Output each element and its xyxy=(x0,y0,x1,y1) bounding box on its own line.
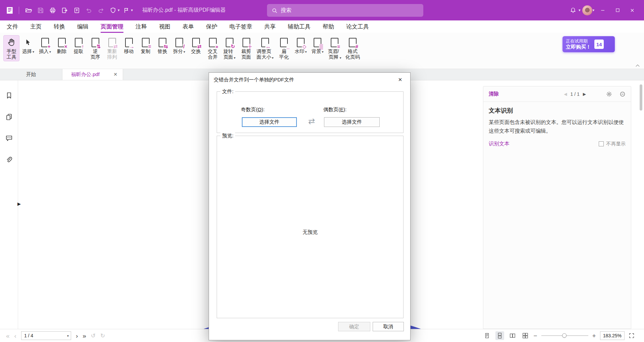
notification-settings-gear-icon[interactable] xyxy=(606,91,612,97)
attachments-panel-icon[interactable] xyxy=(3,154,15,165)
cancel-button[interactable]: 取消 xyxy=(373,322,404,331)
zoom-level-input[interactable]: 183.25% xyxy=(600,331,625,340)
export-pdf-icon[interactable] xyxy=(59,4,71,16)
comments-panel-icon[interactable] xyxy=(3,133,15,144)
pager-next-icon[interactable]: ▶ xyxy=(583,92,586,96)
ribbon-tool-hand-tool[interactable]: 手型 工具 ▾ xyxy=(3,35,19,61)
menu-item-accessibility[interactable]: 辅助工具 xyxy=(288,20,311,33)
notifications-bell-icon[interactable] xyxy=(567,4,579,16)
ribbon-tool-reverse-order[interactable]: ⇅ 逆 页序 ▾ xyxy=(87,35,103,61)
pager-prev-icon[interactable]: ◀ xyxy=(564,92,567,96)
ribbon-tool-watermark[interactable]: ◇ 水印 ▾ xyxy=(293,35,309,55)
zoom-in-icon[interactable]: + xyxy=(592,333,596,339)
menu-item-paper-tools[interactable]: 论文工具 xyxy=(346,20,369,33)
menu-item-file[interactable]: 文件 xyxy=(7,20,18,33)
ribbon-tool-select[interactable]: 选择 ▾ xyxy=(20,35,36,55)
ok-button[interactable]: 确定 xyxy=(338,322,370,331)
menu-item-share[interactable]: 共享 xyxy=(264,20,276,33)
zoom-slider-thumb[interactable] xyxy=(562,333,567,338)
app-logo[interactable] xyxy=(4,5,15,16)
print-icon[interactable] xyxy=(47,4,59,16)
header-footer-icon: ≡ xyxy=(331,37,338,49)
avatar-caret-icon[interactable]: ▾ xyxy=(592,8,594,12)
ribbon-tool-rearrange[interactable]: ⇄ 重新 排列 ▾ xyxy=(104,35,120,61)
open-file-icon[interactable] xyxy=(22,4,35,16)
tab-close-icon[interactable]: ✕ xyxy=(113,72,118,77)
zoom-slider[interactable] xyxy=(541,333,588,338)
choose-even-file-button[interactable]: 选择文件 xyxy=(324,117,380,127)
ribbon-tool-resize-pages[interactable]: ↔ 调整页 面大小 ▾ xyxy=(255,35,275,61)
ribbon-tool-rotate-pages[interactable]: ↻ 旋转 页面 ▾ xyxy=(221,35,237,61)
ribbon-tool-replace[interactable]: ⇆ 替换 ▾ xyxy=(154,35,170,55)
ribbon-tool-header-footer[interactable]: ≡ 页眉/ 页脚 ▾ xyxy=(326,35,343,61)
ribbon-tool-interleave-merge[interactable]: » 交叉 合并 ▾ xyxy=(205,35,221,61)
redo-icon[interactable] xyxy=(95,4,107,16)
tab-start[interactable]: 开始 xyxy=(0,69,62,80)
user-avatar[interactable] xyxy=(582,5,592,15)
single-page-view-icon[interactable] xyxy=(483,331,491,340)
recognize-text-link[interactable]: 识别文本 xyxy=(489,140,509,147)
menu-item-page-management[interactable]: 页面管理 xyxy=(101,20,123,33)
menu-item-help[interactable]: 帮助 xyxy=(323,20,334,33)
continuous-view-icon[interactable] xyxy=(495,331,504,340)
maximize-button[interactable] xyxy=(610,3,625,17)
choose-odd-file-button[interactable]: 选择文件 xyxy=(242,117,297,127)
ribbon-tool-move[interactable]: → 移动 ▾ xyxy=(121,35,137,55)
menu-item-form[interactable]: 表单 xyxy=(182,20,194,33)
ribbon-tool-insert[interactable]: + 插入 ▾ xyxy=(37,35,53,55)
dialog-close-icon[interactable]: ✕ xyxy=(395,75,406,85)
menu-item-home[interactable]: 主页 xyxy=(30,20,42,33)
zoom-out-icon[interactable]: − xyxy=(534,333,537,339)
page-thumbnails-icon[interactable] xyxy=(3,111,15,123)
vertical-scrollbar[interactable] xyxy=(639,71,643,329)
ribbon-tool-split[interactable]: / 拆分 ▾ xyxy=(171,35,187,55)
scrollbar-thumb[interactable] xyxy=(640,84,642,111)
trial-banner[interactable]: 正在试用期 立即购买！ 14 xyxy=(562,36,615,52)
bookmarks-panel-icon[interactable] xyxy=(3,90,15,101)
sidebar-expander-icon[interactable]: ▶ xyxy=(16,199,22,208)
ribbon-tool-duplicate[interactable]: = 复制 ▾ xyxy=(138,35,154,55)
notification-collapse-icon[interactable] xyxy=(620,91,626,97)
flag-caret-icon[interactable]: ▾ xyxy=(131,8,133,12)
last-page-icon[interactable]: » xyxy=(83,333,86,339)
protection-icon[interactable] xyxy=(107,4,119,16)
dialog-titlebar[interactable]: 交错合并文件到一个单独的PDF文件 ✕ xyxy=(209,73,410,87)
protection-caret-icon[interactable]: ▾ xyxy=(118,8,120,12)
delete-icon: × xyxy=(58,37,66,49)
ribbon-tool-flatten[interactable]: _ 扁 平化 ▾ xyxy=(276,35,292,61)
ribbon-tool-format-page-numbers[interactable]: # 格式 化页码 ▾ xyxy=(344,35,362,61)
close-button[interactable] xyxy=(625,3,639,17)
save-icon[interactable] xyxy=(35,4,47,16)
page-dropdown-caret-icon[interactable]: ▾ xyxy=(67,334,69,338)
ribbon-tool-background[interactable]: ▒ 背景 ▾ xyxy=(310,35,326,55)
clear-notifications-link[interactable]: 清除 xyxy=(489,91,499,97)
rotate-left-icon[interactable]: ↺ xyxy=(91,333,96,339)
undo-icon[interactable] xyxy=(83,4,95,16)
tab-document[interactable]: 福昕办公.pdf ✕ xyxy=(62,69,123,80)
menu-item-view[interactable]: 视图 xyxy=(159,20,170,33)
menu-item-protect[interactable]: 保护 xyxy=(206,20,217,33)
share-document-icon[interactable] xyxy=(71,4,83,16)
fit-page-icon[interactable] xyxy=(629,333,635,339)
search-input[interactable]: 搜索 xyxy=(267,4,423,17)
rotate-right-icon[interactable]: ↻ xyxy=(100,333,105,339)
next-page-icon[interactable]: › xyxy=(76,333,78,339)
facing-continuous-view-icon[interactable] xyxy=(521,331,530,340)
bell-caret-icon[interactable]: ▾ xyxy=(579,8,581,12)
minimize-button[interactable] xyxy=(596,3,610,17)
previous-page-icon[interactable]: ‹ xyxy=(14,333,16,339)
flag-icon[interactable] xyxy=(120,4,132,16)
facing-view-icon[interactable] xyxy=(508,331,517,340)
ribbon-tool-extract[interactable]: ↑ 提取 ▾ xyxy=(70,35,87,55)
ribbon-tool-delete[interactable]: × 删除 ▾ xyxy=(54,35,70,55)
menu-item-edit[interactable]: 编辑 xyxy=(77,20,89,33)
menu-item-esign[interactable]: 电子签章 xyxy=(229,20,252,33)
menu-item-comment[interactable]: 注释 xyxy=(136,20,147,33)
first-page-icon[interactable]: « xyxy=(6,333,10,339)
page-number-input[interactable]: 1 / 4 ▾ xyxy=(21,331,71,340)
menu-item-convert[interactable]: 转换 xyxy=(54,20,65,33)
collapse-ribbon-icon[interactable] xyxy=(635,64,640,67)
ribbon-tool-crop-pages[interactable]: ┼ 裁剪 页面 ▾ xyxy=(238,35,254,61)
ribbon-tool-swap[interactable]: ⇄ 交换 ▾ xyxy=(188,35,204,55)
dont-show-again-checkbox[interactable] xyxy=(599,141,604,146)
